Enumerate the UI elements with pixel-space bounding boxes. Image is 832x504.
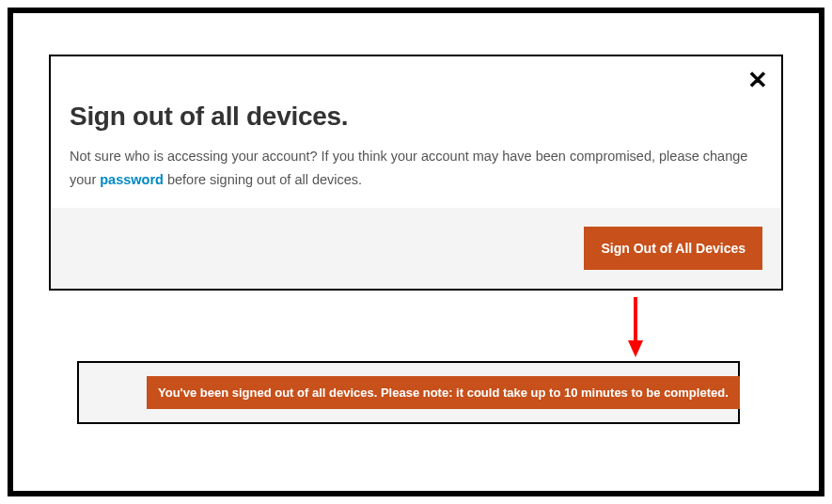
dialog-description: Not sure who is accessing your account? … <box>70 145 762 191</box>
toast-message: You've been signed out of all devices. P… <box>147 376 740 409</box>
dialog-text-after: before signing out of all devices. <box>164 172 362 187</box>
dialog-content: ✕ Sign out of all devices. Not sure who … <box>51 56 781 208</box>
dialog-title: Sign out of all devices. <box>70 102 762 132</box>
signout-all-devices-button[interactable]: Sign Out of All Devices <box>584 227 762 270</box>
arrow-down-icon <box>626 297 645 357</box>
dialog-footer: Sign Out of All Devices <box>51 208 781 289</box>
signout-dialog: ✕ Sign out of all devices. Not sure who … <box>49 55 783 291</box>
toast-container: You've been signed out of all devices. P… <box>77 361 740 424</box>
close-icon[interactable]: ✕ <box>747 68 768 92</box>
outer-frame: ✕ Sign out of all devices. Not sure who … <box>8 8 824 496</box>
password-link[interactable]: password <box>100 172 164 187</box>
svg-marker-1 <box>628 340 643 357</box>
